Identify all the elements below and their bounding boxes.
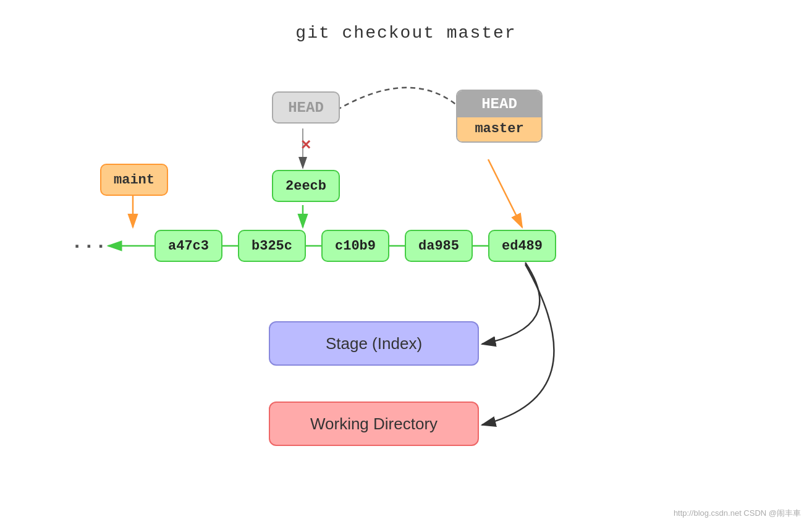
commit-da985: da985 — [405, 230, 473, 262]
commit-2eecb: 2eecb — [272, 170, 340, 202]
watermark: http://blog.csdn.net CSDN @闹丰車 — [674, 508, 801, 519]
stage-index-box: Stage (Index) — [269, 321, 479, 366]
page-title: git checkout master — [0, 23, 812, 43]
commit-a47c3: a47c3 — [154, 230, 222, 262]
detached-cross: × — [301, 135, 311, 154]
commit-ed489: ed489 — [488, 230, 556, 262]
commit-b325c: b325c — [238, 230, 306, 262]
commit-c10b9: c10b9 — [321, 230, 389, 262]
branch-maint: maint — [100, 164, 168, 196]
working-directory-box: Working Directory — [269, 402, 479, 446]
head-label: HEAD — [457, 91, 541, 116]
master-label: master — [457, 116, 541, 141]
head-label-old: HEAD — [272, 91, 340, 124]
head-master-label: HEAD master — [456, 90, 543, 143]
svg-line-12 — [488, 159, 522, 227]
dots-indicator: ··· — [71, 235, 107, 258]
